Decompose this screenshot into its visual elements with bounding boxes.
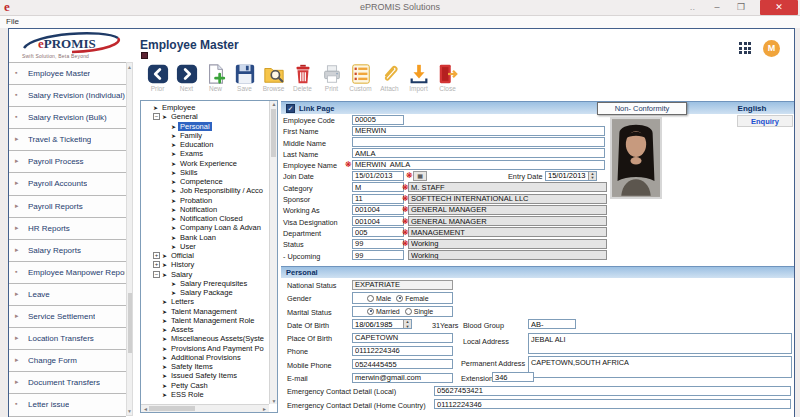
sidebar-item[interactable]: ▸ Travel & Ticketing (9, 129, 126, 151)
sidebar-item[interactable]: ▪ Salary Revision (Bulk) (9, 107, 126, 129)
place-of-birth-input[interactable] (352, 333, 453, 343)
sidebar-item[interactable]: ▪ Employee Manpower Report (9, 262, 126, 284)
sidebar-scrollbar[interactable]: ▲ ▼ (126, 62, 133, 416)
extension-input[interactable] (492, 372, 534, 382)
tree-node[interactable]: ➤ Assets (141, 325, 269, 334)
tree-expander-icon[interactable]: + (153, 261, 160, 268)
tree-node[interactable]: ➤ User (141, 242, 269, 251)
tree-node[interactable]: ➤ Petty Cash (141, 381, 269, 390)
tree-horizontal-scrollbar[interactable]: ◄ ► (141, 404, 269, 412)
tree-node[interactable]: − ➤ Salary (141, 270, 269, 279)
join-date-input[interactable] (352, 171, 404, 181)
sidebar-item[interactable]: ▪ Employee Master (9, 63, 126, 85)
lookup-code-input[interactable] (352, 205, 404, 215)
lookup-code-input[interactable] (352, 250, 404, 260)
save-button[interactable]: Save (230, 63, 259, 97)
tree-node[interactable]: ➤ Family (141, 131, 269, 140)
tree-node[interactable]: ➤ Additional Provisions (141, 353, 269, 362)
first-name-input[interactable] (352, 126, 605, 136)
tree-expander-icon[interactable]: − (153, 113, 160, 120)
close-window-button[interactable]: ✕ (760, 0, 798, 15)
mobile-phone-input[interactable] (352, 359, 453, 369)
lookup-code-input[interactable] (352, 239, 404, 249)
sidebar-item[interactable]: ▸ Location Transfers (9, 328, 126, 350)
scroll-thumb[interactable] (128, 293, 133, 353)
lookup-code-input[interactable] (352, 216, 404, 226)
scroll-down-icon[interactable]: ▼ (127, 408, 132, 414)
dob-input[interactable] (353, 320, 403, 328)
apps-grid-icon[interactable] (739, 42, 752, 55)
tree-node[interactable]: ➤ Competence (141, 177, 269, 186)
tree-node[interactable]: ➤ Personal (141, 122, 269, 131)
tree-node[interactable]: ➤ Notification (141, 205, 269, 214)
tree-node[interactable]: ➤ Company Loan & Advan (141, 223, 269, 232)
scroll-up-icon[interactable]: ▲ (270, 101, 278, 107)
tree-node[interactable]: ➤ Talent Management Role (141, 316, 269, 325)
sidebar-item[interactable]: ▸ Leave (9, 284, 126, 306)
tree-expander-icon[interactable]: − (153, 271, 160, 278)
spinner-icon[interactable]: ▲▼ (403, 320, 411, 328)
scroll-left-icon[interactable]: ◄ (143, 406, 148, 412)
marital-radio-option[interactable]: Married (367, 308, 400, 315)
tree-node[interactable]: ➤ Probation (141, 196, 269, 205)
spinner-icon[interactable]: ▲▼ (588, 172, 596, 180)
permanent-address-textarea[interactable]: CAPETOWN,SOUTH AFRICA (528, 356, 792, 378)
last-name-input[interactable] (352, 148, 605, 158)
tree-node[interactable]: ➤ Job Responsibility / Acco (141, 186, 269, 195)
emergency-home-input[interactable] (434, 399, 791, 409)
tree-node[interactable]: + ➤ History (141, 260, 269, 269)
emergency-local-input[interactable] (434, 386, 791, 396)
sidebar-item[interactable]: ▸ Payroll Process (9, 151, 126, 173)
sidebar-item[interactable]: ▸ HR Reports (9, 218, 126, 240)
window-dots-icon[interactable]: ‥ (690, 3, 696, 12)
tree-node[interactable]: ➤ Exams (141, 149, 269, 158)
blood-group-input[interactable] (528, 319, 576, 329)
entry-date-input[interactable] (546, 172, 588, 180)
delete-button[interactable]: Delete (288, 63, 317, 97)
restore-button[interactable]: ❐ (730, 0, 752, 15)
menu-file[interactable]: File (6, 17, 19, 26)
tree-node[interactable]: ➤ Notification Closed (141, 214, 269, 223)
next-button[interactable]: Next (172, 63, 201, 97)
tree-vertical-scrollbar[interactable]: ▲ ▼ (269, 101, 277, 404)
email-input[interactable] (352, 373, 453, 383)
collapse-sidebar-button[interactable] (141, 52, 148, 59)
close-button[interactable]: Close (433, 63, 462, 97)
gender-radio-option[interactable]: Female (396, 295, 428, 302)
tree-node[interactable]: ➤ Bank Loan (141, 233, 269, 242)
tree-node[interactable]: − ➤ General (141, 112, 269, 121)
sidebar-item[interactable]: ▪ Salary Revision (Individual) (9, 85, 126, 107)
sidebar-item[interactable]: ▸ Payroll Reports (9, 196, 126, 218)
sidebar-item[interactable]: ▸ Change Form (9, 350, 126, 372)
sidebar-item[interactable]: ▸ Document Transfers (9, 372, 126, 394)
sidebar-item[interactable]: ▸ Payroll Accounts (9, 173, 126, 195)
employee-code-input[interactable] (352, 115, 404, 125)
attach-button[interactable]: Attach (375, 63, 404, 97)
calendar-icon[interactable]: ▦ (413, 171, 427, 181)
marital-radio-option[interactable]: Single (405, 308, 433, 315)
lookup-code-input[interactable] (352, 182, 404, 192)
prior-button[interactable]: Prior (143, 63, 172, 97)
local-address-textarea[interactable]: JEBAL ALI (528, 333, 792, 354)
tree-node[interactable]: ➤ Education (141, 140, 269, 149)
tree-node[interactable]: ➤ Safety Items (141, 362, 269, 371)
minimize-button[interactable]: – (706, 0, 728, 15)
sidebar-item[interactable]: ▸ Salary Reports (9, 240, 126, 262)
tree-node[interactable]: ➤ ESS Role (141, 390, 269, 399)
print-button[interactable]: Print (317, 63, 346, 97)
tree-node[interactable]: ➤ Salary Package (141, 288, 269, 297)
scroll-thumb[interactable] (271, 109, 276, 157)
tree-node[interactable]: ➤ Skills (141, 168, 269, 177)
scroll-thumb[interactable] (149, 406, 195, 411)
lookup-code-input[interactable] (352, 227, 404, 237)
link-page-checkbox[interactable]: ✓ (286, 104, 295, 113)
employee-name-input[interactable] (352, 160, 605, 170)
tree-node[interactable]: ➤ Work Experience (141, 159, 269, 168)
gender-radio-option[interactable]: Male (367, 295, 391, 302)
new-button[interactable]: New (201, 63, 230, 97)
user-avatar[interactable]: M (763, 40, 780, 57)
tree-node[interactable]: ➤ Employee (141, 103, 269, 112)
lookup-code-input[interactable] (352, 194, 404, 204)
sidebar-item[interactable]: ▪ Letter issue (9, 394, 126, 416)
custom-button[interactable]: Custom (346, 63, 375, 97)
